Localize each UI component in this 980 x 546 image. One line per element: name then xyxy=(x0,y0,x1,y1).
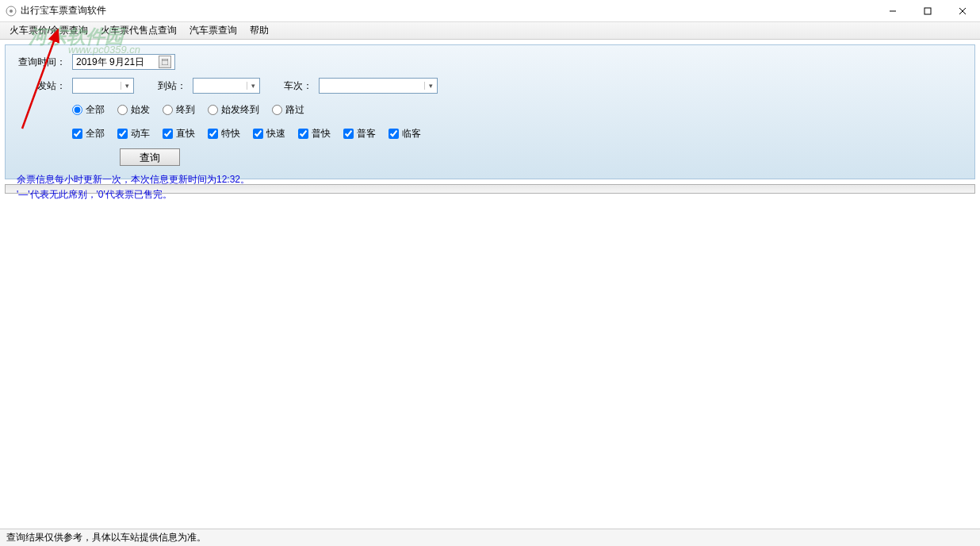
check-group-train-type: 全部 动车 直快 特快 快速 普快 普客 临客 xyxy=(72,127,431,140)
row-stations: 发站： ▾ 到站： ▾ 车次： ▾ xyxy=(17,77,963,94)
radio-origin-terminal[interactable]: 始发终到 xyxy=(208,103,259,117)
depart-label: 发站： xyxy=(17,79,72,93)
title-bar: 出行宝车票查询软件 xyxy=(0,0,980,22)
check-zhikuai[interactable]: 直快 xyxy=(163,127,195,140)
query-panel: 查询时间： 2019年 9月21日 发站： ▾ 到站： ▾ 车次： ▾ 全部 xyxy=(5,44,975,179)
radio-terminal[interactable]: 终到 xyxy=(163,103,195,117)
svg-point-1 xyxy=(10,10,13,13)
menu-help[interactable]: 帮助 xyxy=(243,22,275,39)
svg-rect-3 xyxy=(924,8,931,14)
row-check-filters: 全部 动车 直快 特快 快速 普快 普客 临客 xyxy=(17,125,963,142)
check-dongche[interactable]: 动车 xyxy=(117,127,150,140)
date-value: 2019年 9月21日 xyxy=(76,56,144,69)
close-button[interactable] xyxy=(945,0,980,22)
chevron-down-icon: ▾ xyxy=(424,82,437,90)
row-date: 查询时间： 2019年 9月21日 xyxy=(17,53,963,71)
check-linke[interactable]: 临客 xyxy=(389,127,421,140)
maximize-button[interactable] xyxy=(910,0,945,22)
radio-origin[interactable]: 始发 xyxy=(117,103,150,117)
menu-bus-ticket-query[interactable]: 汽车票查询 xyxy=(183,22,243,39)
menu-ticket-agent-query[interactable]: 火车票代售点查询 xyxy=(94,22,183,39)
info-line-2: '—'代表无此席别，'0'代表票已售完。 xyxy=(17,187,963,202)
date-picker[interactable]: 2019年 9月21日 xyxy=(72,54,175,70)
results-area xyxy=(5,197,975,532)
row-query-button: 查询 xyxy=(17,148,963,166)
date-label: 查询时间： xyxy=(17,56,72,69)
check-all[interactable]: 全部 xyxy=(72,127,105,140)
minimize-button[interactable] xyxy=(875,0,910,22)
window-controls xyxy=(875,0,980,22)
calendar-dropdown-icon[interactable] xyxy=(159,56,171,68)
depart-combo[interactable]: ▾ xyxy=(72,78,134,94)
train-no-combo[interactable]: ▾ xyxy=(319,78,438,94)
svg-rect-8 xyxy=(162,59,168,65)
window-title: 出行宝车票查询软件 xyxy=(21,4,106,17)
status-text: 查询结果仅供参考，具体以车站提供信息为准。 xyxy=(6,531,206,544)
app-icon xyxy=(5,5,17,17)
row-radio-filters: 全部 始发 终到 始发终到 路过 xyxy=(17,101,963,118)
chevron-down-icon: ▾ xyxy=(247,82,259,90)
info-line-1: 余票信息每小时更新一次，本次信息更新时间为12:32。 xyxy=(17,172,963,187)
radio-passing[interactable]: 路过 xyxy=(272,103,304,117)
check-kuaisu[interactable]: 快速 xyxy=(253,127,285,140)
query-button[interactable]: 查询 xyxy=(120,148,180,166)
arrive-combo[interactable]: ▾ xyxy=(193,78,260,94)
status-bar: 查询结果仅供参考，具体以车站提供信息为准。 xyxy=(0,529,980,546)
train-no-label: 车次： xyxy=(284,79,319,93)
info-text-block: 余票信息每小时更新一次，本次信息更新时间为12:32。 '—'代表无此席别，'0… xyxy=(17,172,963,202)
arrive-label: 到站： xyxy=(158,79,193,93)
menu-bar: 火车票价/余票查询 火车票代售点查询 汽车票查询 帮助 xyxy=(0,22,980,40)
radio-all[interactable]: 全部 xyxy=(72,103,105,117)
check-tekuai[interactable]: 特快 xyxy=(208,127,240,140)
chevron-down-icon: ▾ xyxy=(121,82,133,90)
check-puke[interactable]: 普客 xyxy=(343,127,376,140)
radio-group-stop-type: 全部 始发 终到 始发终到 路过 xyxy=(72,103,314,117)
check-pukuai[interactable]: 普快 xyxy=(298,127,331,140)
menu-train-ticket-query[interactable]: 火车票价/余票查询 xyxy=(3,22,94,39)
